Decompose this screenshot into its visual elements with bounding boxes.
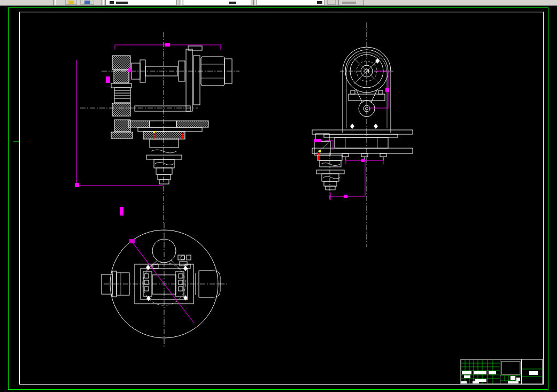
toolbar-button-1[interactable] — [65, 0, 77, 5]
sheet-outer-border — [9, 8, 548, 390]
toolbar-separator — [102, 0, 104, 5]
drawing-canvas[interactable] — [0, 6, 557, 392]
toolbar-button-3[interactable] — [327, 0, 336, 5]
toolbar-separator — [53, 0, 56, 5]
layer-combo[interactable] — [105, 0, 177, 5]
title-block — [461, 359, 543, 384]
sheet-inner-border — [20, 12, 544, 385]
lineweight-combo[interactable] — [338, 0, 364, 5]
color-combo[interactable] — [183, 0, 251, 5]
toolbar-button-2[interactable] — [80, 0, 94, 5]
section-cut-line — [129, 239, 194, 323]
drawing-svg — [0, 6, 557, 392]
view-belt-drive — [312, 22, 413, 247]
cad-application-window — [0, 0, 557, 392]
yellow-tool-icon — [68, 1, 74, 4]
view-main-section — [80, 32, 239, 224]
title-block-text-blobs — [461, 371, 496, 383]
toolbar-separator — [180, 0, 182, 5]
toolbar-separator — [253, 0, 256, 5]
view-plan — [102, 223, 227, 347]
dimensions-view1 — [75, 43, 221, 216]
toolbar — [0, 0, 557, 6]
linetype-combo[interactable] — [257, 0, 325, 5]
blue-tool-icon — [84, 1, 90, 4]
